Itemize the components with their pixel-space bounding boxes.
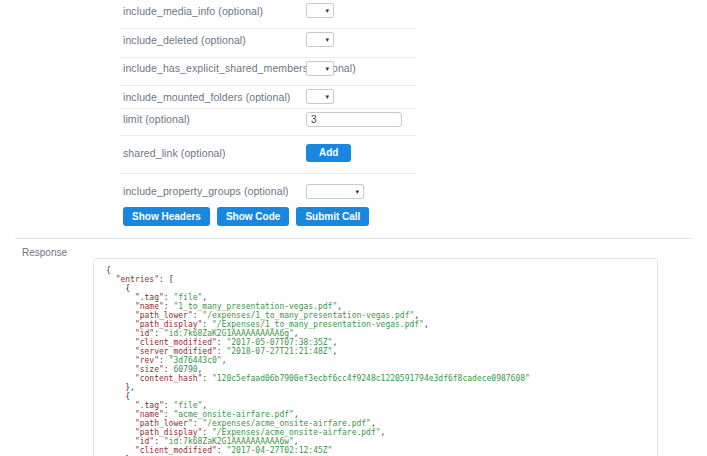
show-headers-button[interactable]: Show Headers xyxy=(123,207,210,226)
row-divider xyxy=(120,173,416,174)
action-buttons-row: Show Headers Show Code Submit Call xyxy=(123,207,369,226)
include-has-explicit-shared-members-select[interactable]: ▾ xyxy=(306,61,334,76)
field-label-shared-link: shared_link (optional) xyxy=(123,147,226,159)
row-divider xyxy=(120,108,416,109)
field-label-include-media-info: include_media_info (optional) xyxy=(123,5,263,17)
chevron-down-icon: ▾ xyxy=(325,36,329,43)
include-media-info-select[interactable]: ▾ xyxy=(306,3,334,18)
field-label-include-deleted: include_deleted (optional) xyxy=(123,34,246,46)
add-shared-link-button[interactable]: Add xyxy=(306,144,351,162)
row-divider xyxy=(120,57,416,58)
submit-call-button[interactable]: Submit Call xyxy=(296,207,369,226)
include-property-groups-select[interactable]: ▾ xyxy=(306,184,364,199)
include-deleted-select[interactable]: ▾ xyxy=(306,32,334,47)
response-label: Response xyxy=(22,247,67,258)
limit-input[interactable] xyxy=(306,112,402,127)
row-divider xyxy=(120,28,416,29)
field-label-limit: limit (optional) xyxy=(123,113,190,125)
show-code-button[interactable]: Show Code xyxy=(217,207,289,226)
api-explorer-page: include_media_info (optional) ▾ include_… xyxy=(0,0,707,456)
include-mounted-folders-select[interactable]: ▾ xyxy=(306,89,334,104)
chevron-down-icon: ▾ xyxy=(325,7,329,14)
chevron-down-icon: ▾ xyxy=(325,65,329,72)
response-output-panel: { "entries": [ { ".tag": "file", "name":… xyxy=(93,258,658,456)
row-divider xyxy=(120,85,416,86)
row-divider xyxy=(120,135,416,136)
chevron-down-icon: ▾ xyxy=(325,93,329,100)
chevron-down-icon: ▾ xyxy=(355,188,359,195)
section-divider xyxy=(15,238,693,239)
response-json: { "entries": [ { ".tag": "file", "name":… xyxy=(106,266,647,456)
field-label-include-property-groups: include_property_groups (optional) xyxy=(123,185,289,197)
field-label-include-mounted-folders: include_mounted_folders (optional) xyxy=(123,91,290,103)
